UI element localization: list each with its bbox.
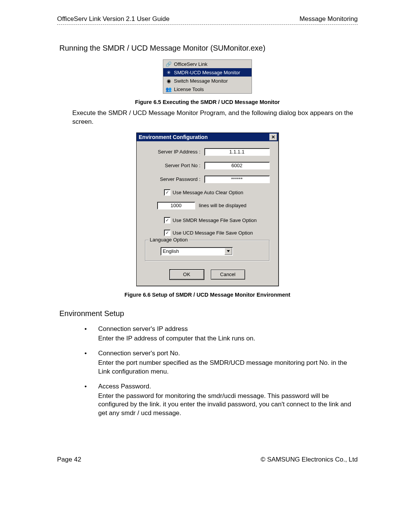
env-setup-list: • Connection server's IP address Enter t… bbox=[80, 325, 358, 418]
list-item-body: Enter the IP address of computer that th… bbox=[98, 334, 358, 343]
ok-button[interactable]: OK bbox=[170, 270, 204, 280]
bullet-icon: • bbox=[84, 382, 87, 391]
dialog-title: Environment Configuration bbox=[139, 134, 208, 140]
section-heading-env-setup: Environment Setup bbox=[59, 309, 358, 318]
checkbox-smdr-save-label: Use SMDR Message File Save Option bbox=[173, 217, 257, 223]
doc-title-right: Message Monitoring bbox=[299, 15, 358, 23]
list-item: • Access Password. Enter the password fo… bbox=[80, 382, 358, 418]
bullet-icon: • bbox=[84, 325, 87, 334]
start-menu-item-label: Switch Message Monitor bbox=[174, 78, 228, 84]
language-select-value: English bbox=[161, 248, 225, 255]
cancel-button[interactable]: Cancel bbox=[211, 270, 245, 280]
list-item-body: Enter the password for monitoring the sm… bbox=[98, 392, 358, 418]
port-label: Server Port No : bbox=[145, 163, 204, 168]
list-item-body: Enter the port number specified as the S… bbox=[98, 359, 358, 376]
lines-input[interactable] bbox=[157, 202, 195, 209]
server-password-input[interactable] bbox=[204, 176, 270, 183]
list-item-head: Access Password. bbox=[98, 383, 151, 390]
figure-caption-6-6: Figure 6.6 Setup of SMDR / UCD Message M… bbox=[57, 292, 358, 298]
list-item: • Connection server's IP address Enter t… bbox=[80, 325, 358, 343]
people-icon: 👥 bbox=[166, 86, 172, 92]
start-menu-item[interactable]: 👥 License Tools bbox=[163, 85, 252, 93]
bullet-icon: • bbox=[84, 349, 87, 358]
chevron-down-icon[interactable] bbox=[225, 248, 232, 255]
start-menu-item-selected[interactable]: ✳ SMDR-UCD Message Monitor bbox=[163, 68, 252, 77]
lines-suffix-label: lines will be displayed bbox=[199, 203, 247, 208]
checkbox-smdr-save[interactable]: ✓ bbox=[164, 217, 170, 224]
list-item-head: Connection server's port No. bbox=[98, 350, 180, 357]
close-icon[interactable]: ✕ bbox=[269, 134, 277, 141]
checkbox-ucd-save-label: Use UCD Message File Save Option bbox=[173, 230, 253, 236]
server-port-input[interactable] bbox=[204, 162, 270, 169]
section-heading-running: Running the SMDR / UCD Message Monitor (… bbox=[59, 44, 358, 53]
dialog-titlebar[interactable]: Environment Configuration ✕ bbox=[137, 133, 278, 141]
env-config-dialog: Environment Configuration ✕ Server IP Ad… bbox=[136, 133, 279, 286]
doc-title-left: OfficeServ Link Version 2.1 User Guide bbox=[57, 15, 169, 23]
list-item-head: Connection server's IP address bbox=[98, 325, 188, 332]
language-option-group: Language Option English bbox=[145, 240, 270, 261]
copyright: © SAMSUNG Electronics Co., Ltd bbox=[261, 456, 358, 463]
start-menu-item-label: License Tools bbox=[174, 86, 204, 92]
start-menu-item[interactable]: ◉ Switch Message Monitor bbox=[163, 77, 252, 85]
checkbox-autoclear-label: Use Message Auto Clear Option bbox=[173, 190, 244, 195]
server-ip-input[interactable] bbox=[204, 148, 270, 156]
link-icon: 🔗 bbox=[166, 61, 172, 67]
language-select[interactable]: English bbox=[161, 247, 233, 256]
checkbox-ucd-save[interactable]: ✓ bbox=[164, 230, 170, 236]
start-menu: 🔗 OfficeServ Link ✳ SMDR-UCD Message Mon… bbox=[163, 59, 252, 94]
start-menu-item-label: SMDR-UCD Message Monitor bbox=[174, 70, 240, 75]
language-option-legend: Language Option bbox=[148, 237, 190, 243]
list-item: • Connection server's port No. Enter the… bbox=[80, 349, 358, 376]
paragraph: Execute the SMDR / UCD Message Monitor P… bbox=[72, 109, 358, 126]
page-number: Page 42 bbox=[57, 456, 81, 463]
figure-caption-6-5: Figure 6.5 Executing the SMDR / UCD Mess… bbox=[57, 99, 358, 105]
header-divider bbox=[57, 24, 358, 25]
ip-label: Server IP Address : bbox=[145, 149, 204, 155]
target-icon: ◉ bbox=[166, 78, 172, 84]
start-menu-item-label: OfficeServ Link bbox=[174, 61, 207, 67]
asterisk-icon: ✳ bbox=[166, 69, 172, 75]
start-menu-item[interactable]: 🔗 OfficeServ Link bbox=[163, 60, 252, 68]
checkbox-autoclear[interactable]: ✓ bbox=[164, 189, 170, 196]
password-label: Server Password : bbox=[145, 176, 204, 182]
